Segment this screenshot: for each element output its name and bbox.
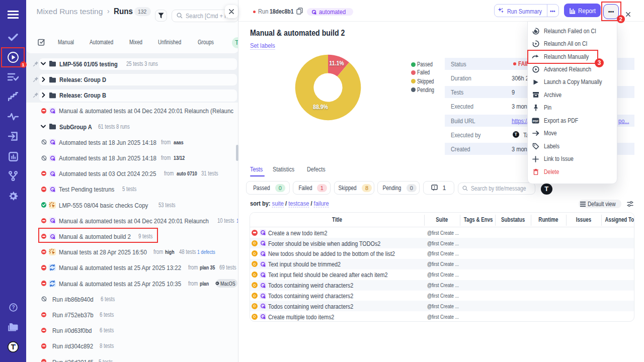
svg-text:?: ?: [12, 305, 15, 310]
svg-text:PDF: PDF: [533, 119, 539, 122]
